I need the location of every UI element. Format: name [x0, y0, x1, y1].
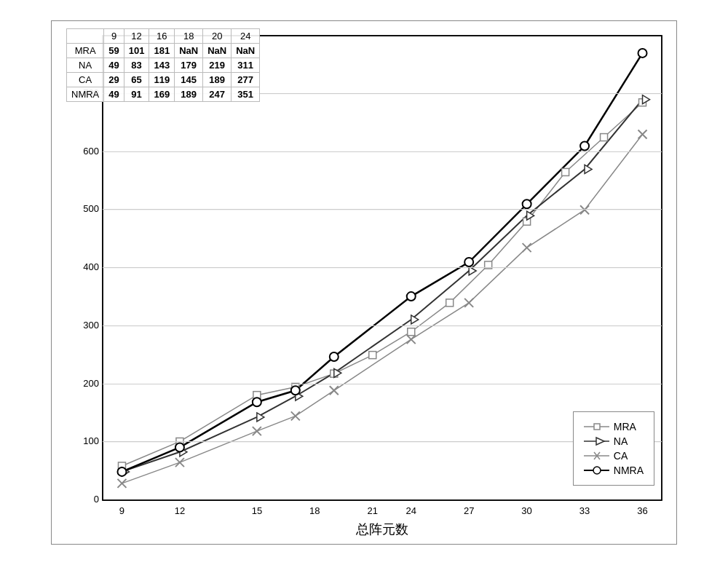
svg-point-60	[638, 49, 647, 58]
legend-item-ca: CA	[584, 450, 644, 462]
x-axis-label: 总阵元数	[103, 521, 662, 538]
legend-item-na: NA	[584, 435, 644, 447]
legend-item-nmra: NMRA	[584, 465, 644, 476]
svg-point-57	[464, 258, 473, 266]
svg-point-52	[175, 443, 184, 451]
legend: MRA NA CA	[573, 411, 654, 486]
svg-point-54	[291, 386, 300, 395]
data-table: 9 12 16 18 20 24 MRA 59 101 181 NaN NaN …	[66, 28, 260, 102]
svg-point-53	[253, 398, 261, 406]
svg-point-58	[523, 199, 531, 208]
svg-rect-13	[369, 352, 376, 359]
svg-rect-18	[562, 168, 569, 175]
svg-marker-65	[596, 438, 604, 445]
legend-item-mra: MRA	[584, 421, 644, 432]
svg-point-51	[117, 467, 126, 476]
svg-point-56	[407, 292, 416, 301]
svg-point-70	[593, 467, 601, 474]
svg-marker-29	[585, 165, 592, 173]
svg-rect-63	[594, 424, 600, 430]
svg-rect-19	[601, 134, 608, 141]
svg-rect-14	[408, 328, 415, 336]
svg-point-59	[580, 142, 589, 151]
svg-rect-15	[446, 299, 454, 307]
svg-point-55	[330, 352, 339, 361]
